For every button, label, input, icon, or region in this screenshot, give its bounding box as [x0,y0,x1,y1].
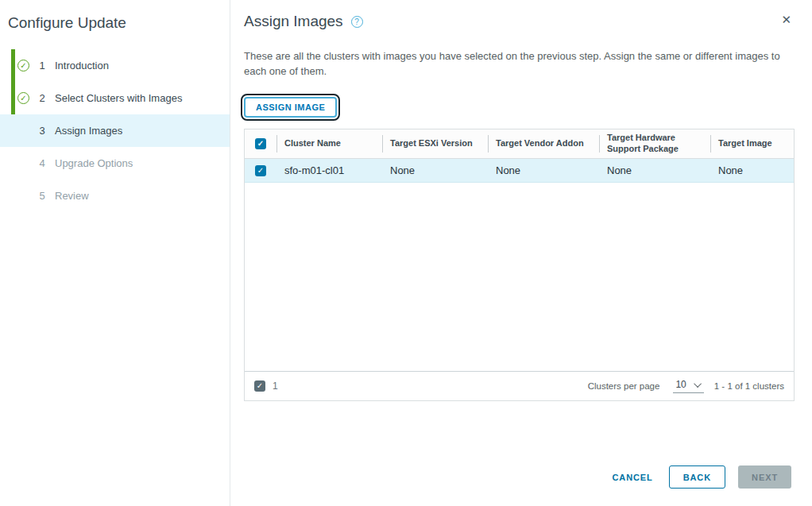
cell-cluster-name: sfo-m01-cl01 [276,159,382,182]
column-header-target-image[interactable]: Target Image [710,129,794,158]
pagination-range: 1 - 1 of 1 clusters [714,381,784,391]
table-footer: ✓ 1 Clusters per page 10 1 - 1 of 1 clus… [245,371,794,400]
step-label: Introduction [55,60,109,71]
sidebar-step-upgrade-options: 4 Upgrade Options [0,147,230,180]
step-number: 4 [36,157,48,169]
step-number: 3 [36,125,48,137]
wizard-steps: ✓ 1 Introduction ✓ 2 Select Clusters wit… [0,49,230,212]
step-number: 1 [36,60,48,71]
panel-description: These are all the clusters with images y… [244,49,800,79]
column-header-cluster-name[interactable]: Cluster Name [276,129,382,158]
column-header-target-vendor-addon[interactable]: Target Vendor Addon [488,129,599,158]
assign-image-button[interactable]: ASSIGN IMAGE [244,97,337,118]
help-icon[interactable]: ? [351,16,363,28]
table-header-row: ✓ Cluster Name Target ESXi Version Targe… [245,129,794,159]
step-label: Upgrade Options [55,157,133,169]
step-label: Review [55,190,89,202]
cancel-button[interactable]: CANCEL [609,473,655,482]
next-button[interactable]: NEXT [738,465,791,489]
cell-target-hardware-support-package: None [599,159,710,182]
table-row[interactable]: ✓ sfo-m01-cl01 None None None None [245,159,794,183]
clusters-per-page-select[interactable]: 10 [673,379,703,393]
wizard-actions: CANCEL BACK NEXT [609,465,791,489]
select-all-checkbox[interactable]: ✓ [255,138,266,149]
sidebar-step-assign-images[interactable]: 3 Assign Images [0,114,230,147]
cell-target-vendor-addon: None [488,159,599,182]
column-header-target-hardware-support-package[interactable]: Target Hardware Support Package [599,129,710,158]
per-page-value: 10 [675,379,686,390]
row-checkbox[interactable]: ✓ [255,165,266,176]
step-number: 5 [36,190,48,202]
assign-images-panel: Assign Images ? ✕ These are all the clus… [231,0,812,506]
completed-steps-bar [11,49,15,114]
wizard-title: Configure Update [8,14,230,32]
page-title: Assign Images [244,13,343,30]
step-label: Assign Images [55,125,122,137]
selected-count: 1 [273,380,278,392]
table-empty-area [245,183,794,371]
per-page-label: Clusters per page [588,381,660,391]
sidebar-step-select-clusters[interactable]: ✓ 2 Select Clusters with Images [0,82,230,114]
sidebar-step-introduction[interactable]: ✓ 1 Introduction [0,49,230,82]
column-header-target-esxi-version[interactable]: Target ESXi Version [382,129,488,158]
sidebar-step-review: 5 Review [0,180,230,212]
close-icon[interactable]: ✕ [781,13,791,27]
chevron-down-icon [694,380,702,388]
configure-update-wizard: Configure Update ✓ 1 Introduction ✓ 2 Se… [0,0,812,506]
step-complete-check-icon: ✓ [17,60,29,71]
clusters-table: ✓ Cluster Name Target ESXi Version Targe… [244,129,795,401]
step-label: Select Clusters with Images [55,92,182,104]
selected-items-checkbox[interactable]: ✓ [254,380,265,392]
cell-target-image: None [710,159,794,182]
cell-target-esxi-version: None [382,159,488,182]
back-button[interactable]: BACK [669,465,725,489]
step-complete-check-icon: ✓ [17,92,29,104]
wizard-sidebar: Configure Update ✓ 1 Introduction ✓ 2 Se… [0,0,230,506]
step-number: 2 [36,92,48,104]
